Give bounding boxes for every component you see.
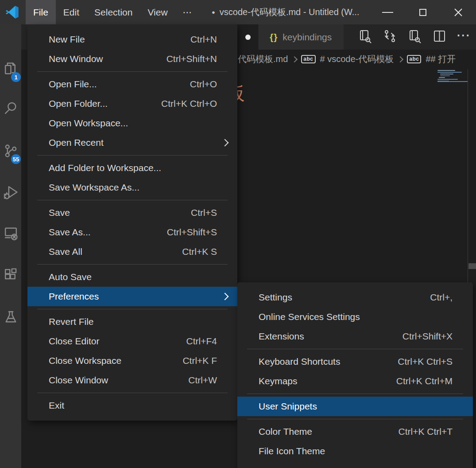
open-preview-icon[interactable] (358, 29, 372, 45)
menu-item-save[interactable]: SaveCtrl+S (27, 203, 237, 222)
menu-item-add-folder-to-workspace[interactable]: Add Folder to Workspace... (27, 158, 237, 178)
menu-separator (247, 394, 463, 394)
minimize-button[interactable] (370, 0, 405, 24)
menu-item-preferences[interactable]: Preferences (27, 287, 237, 306)
breadcrumb-heading2[interactable]: ## 打开 (426, 53, 456, 65)
menu-separator (37, 264, 228, 265)
breadcrumb: 代码模板.md abc # vscode-代码模板 abc ## 打开 (238, 50, 476, 69)
symbol-string-icon: abc (301, 55, 315, 63)
menubar-view[interactable]: View (140, 0, 175, 24)
submenu-arrow-icon (221, 139, 229, 147)
menu-item-open-folder[interactable]: Open Folder...Ctrl+K Ctrl+O (27, 94, 237, 113)
tab-markdown-hidden[interactable] (237, 24, 258, 50)
menu-item-save-as[interactable]: Save As...Ctrl+Shift+S (27, 222, 237, 242)
sidebar-item-search[interactable] (0, 94, 21, 122)
minimap[interactable] (437, 69, 468, 118)
menu-item-user-snippets[interactable]: User Snippets (237, 397, 473, 416)
menu-separator (37, 393, 228, 393)
close-icon (453, 8, 463, 17)
sidebar-item-run-debug[interactable] (0, 178, 21, 206)
file-menu: New FileCtrl+N New WindowCtrl+Shift+N Op… (27, 24, 237, 421)
preferences-submenu: SettingsCtrl+, Online Services Settings … (237, 282, 473, 468)
menubar-more[interactable]: ⋯ (175, 0, 200, 24)
breadcrumb-heading1[interactable]: # vscode-代码模板 (320, 53, 394, 65)
menu-separator (37, 200, 228, 200)
menubar-selection[interactable]: Selection (87, 0, 140, 24)
menubar-file[interactable]: File (26, 0, 56, 24)
menu-item-settings[interactable]: SettingsCtrl+, (237, 288, 473, 307)
sidebar-item-source-control[interactable]: 55 (0, 136, 21, 165)
chevron-right-icon (291, 56, 298, 62)
menu-item-extensions[interactable]: ExtensionsCtrl+Shift+X (237, 327, 473, 346)
split-editor-icon[interactable] (432, 29, 447, 45)
menu-item-close-editor[interactable]: Close EditorCtrl+F4 (27, 332, 237, 351)
menu-item-save-workspace-as[interactable]: Save Workspace As... (27, 178, 237, 197)
sidebar-item-extensions[interactable] (0, 261, 21, 289)
menu-item-close-workspace[interactable]: Close WorkspaceCtrl+K F (27, 351, 237, 370)
json-file-icon: {} (270, 32, 278, 43)
menubar-edit[interactable]: Edit (56, 0, 87, 24)
tab-keybindings[interactable]: {} keybindings (259, 24, 344, 50)
minimap-border (468, 69, 468, 284)
extensions-icon (3, 267, 19, 283)
menu-item-new-window[interactable]: New WindowCtrl+Shift+N (27, 49, 237, 69)
open-preview-side-icon[interactable] (407, 29, 422, 45)
menu-item-open-recent[interactable]: Open Recent (27, 133, 237, 152)
menu-item-save-all[interactable]: Save AllCtrl+K S (27, 242, 237, 261)
menu-item-file-icon-theme[interactable]: File Icon Theme (237, 441, 473, 461)
close-button[interactable] (441, 0, 476, 24)
menu-item-revert-file[interactable]: Revert File (27, 312, 237, 332)
window-title-text: vscode-代码模板.md - Untitled (W... (220, 6, 360, 18)
menu-item-keyboard-shortcuts[interactable]: Keyboard ShortcutsCtrl+K Ctrl+S (237, 352, 473, 371)
menu-separator (247, 349, 463, 349)
title-bar: File Edit Selection View ⋯ ● vscode-代码模板… (0, 0, 476, 24)
tab-label: keybindings (283, 32, 332, 43)
menu-item-online-services-settings[interactable]: Online Services Settings (237, 307, 473, 327)
modified-dot-icon (245, 35, 251, 40)
activity-bar: 1 55 (0, 24, 21, 468)
sidebar-item-remote-explorer[interactable] (0, 218, 21, 247)
vscode-logo-icon (5, 5, 19, 19)
window-controls (370, 0, 476, 24)
title-modified-dot-icon: ● (212, 9, 215, 15)
menu-bar: File Edit Selection View ⋯ (26, 0, 200, 24)
editor-actions: ··· (358, 24, 471, 50)
restore-icon (419, 9, 426, 16)
menu-item-new-file[interactable]: New FileCtrl+N (27, 30, 237, 49)
open-changes-icon[interactable] (383, 29, 397, 45)
explorer-badge: 1 (11, 72, 21, 82)
breadcrumb-file[interactable]: 代码模板.md (238, 53, 288, 65)
menu-item-open-file[interactable]: Open File...Ctrl+O (27, 74, 237, 94)
window-title: ● vscode-代码模板.md - Untitled (W... (212, 0, 359, 24)
menu-separator (37, 309, 228, 309)
sidebar-item-explorer[interactable]: 1 (0, 55, 21, 83)
menu-item-auto-save[interactable]: Auto Save (27, 267, 237, 287)
minimize-icon (382, 12, 393, 13)
menu-separator (37, 155, 228, 156)
minimap-highlight-line (437, 81, 468, 82)
menu-separator (37, 71, 228, 72)
menu-item-color-theme[interactable]: Color ThemeCtrl+K Ctrl+T (237, 422, 473, 441)
submenu-arrow-icon (221, 293, 229, 300)
menu-item-close-window[interactable]: Close WindowCtrl+W (27, 370, 237, 390)
chevron-right-icon (397, 56, 403, 62)
menu-item-open-workspace[interactable]: Open Workspace... (27, 113, 237, 133)
editor-scrollbar[interactable] (468, 263, 476, 269)
source-control-badge: 55 (11, 154, 21, 164)
editor-more-actions-icon[interactable]: ··· (457, 35, 471, 39)
run-debug-icon (3, 184, 19, 200)
menu-separator (247, 419, 463, 419)
menu-item-exit[interactable]: Exit (27, 396, 237, 415)
symbol-string-icon: abc (407, 55, 421, 63)
sidebar-item-testing[interactable] (0, 303, 21, 331)
search-icon (3, 100, 19, 116)
remote-explorer-icon (3, 225, 19, 241)
menu-item-keymaps[interactable]: KeymapsCtrl+K Ctrl+M (237, 371, 473, 391)
restore-button[interactable] (405, 0, 441, 24)
testing-beaker-icon (3, 309, 19, 325)
